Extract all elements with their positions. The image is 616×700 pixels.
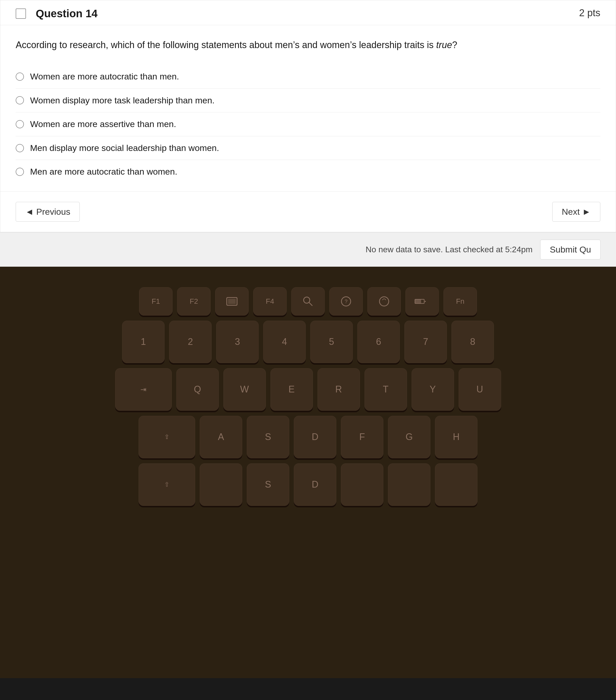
fn-key-row: F1 F2 F4 ? — [139, 287, 477, 315]
option-item-2[interactable]: Women display more task leadership than … — [16, 89, 600, 113]
radio-option-5[interactable] — [16, 168, 24, 176]
key-b[interactable] — [388, 463, 430, 506]
radio-option-3[interactable] — [16, 120, 24, 128]
key-f1[interactable]: F1 — [139, 287, 173, 315]
keyboard-area: F1 F2 F4 ? — [0, 267, 616, 678]
question-card: Question 14 2 pts According to research,… — [0, 0, 616, 232]
question-text: According to research, which of the foll… — [16, 38, 600, 52]
question-text-after: ? — [452, 40, 457, 50]
option-label-2: Women display more task leadership than … — [30, 95, 215, 107]
question-title: Question 14 — [36, 8, 98, 20]
key-t[interactable]: T — [365, 368, 407, 411]
key-u[interactable]: U — [458, 368, 501, 411]
key-3[interactable]: 3 — [216, 321, 259, 363]
quiz-container: Question 14 2 pts According to research,… — [0, 0, 616, 267]
key-shift-left[interactable]: ⇧ — [139, 463, 195, 506]
key-2[interactable]: 2 — [169, 321, 212, 363]
option-label-3: Women are more assertive than men. — [30, 118, 176, 130]
key-search[interactable] — [291, 287, 325, 315]
key-r[interactable]: R — [317, 368, 360, 411]
key-f7[interactable] — [367, 287, 401, 315]
option-item-4[interactable]: Men display more social leadership than … — [16, 136, 600, 160]
status-message: No new data to save. Last checked at 5:2… — [366, 245, 532, 254]
num-key-row: 1 2 3 4 5 6 7 8 — [122, 321, 494, 363]
key-6[interactable]: 6 — [357, 321, 400, 363]
svg-rect-8 — [415, 299, 421, 303]
option-label-4: Men display more social leadership than … — [30, 142, 219, 154]
question-text-italic: true — [436, 40, 452, 50]
key-x[interactable]: S — [247, 463, 289, 506]
key-f[interactable]: F — [341, 416, 383, 458]
svg-line-3 — [309, 302, 312, 306]
key-f6[interactable]: ? — [329, 287, 363, 315]
key-n[interactable] — [435, 463, 477, 506]
svg-rect-9 — [425, 301, 426, 302]
key-y[interactable]: Y — [412, 368, 454, 411]
key-h[interactable]: H — [435, 416, 477, 458]
key-caps[interactable]: ⇪ — [139, 416, 195, 458]
option-label-1: Women are more autocratic than men. — [30, 71, 179, 83]
option-item-1[interactable]: Women are more autocratic than men. — [16, 65, 600, 89]
key-g[interactable]: G — [388, 416, 430, 458]
radio-option-4[interactable] — [16, 144, 24, 152]
key-8[interactable]: 8 — [451, 321, 494, 363]
key-7[interactable]: 7 — [404, 321, 447, 363]
svg-point-6 — [379, 297, 389, 306]
key-s[interactable]: S — [247, 416, 289, 458]
radio-option-1[interactable] — [16, 73, 24, 81]
key-4[interactable]: 4 — [263, 321, 306, 363]
option-label-5: Men are more autocratic than women. — [30, 166, 177, 178]
status-bar: No new data to save. Last checked at 5:2… — [0, 232, 616, 267]
key-f2[interactable]: F2 — [177, 287, 211, 315]
svg-rect-1 — [228, 299, 236, 304]
key-e[interactable]: E — [271, 368, 313, 411]
key-d[interactable]: D — [294, 416, 336, 458]
key-5[interactable]: 5 — [310, 321, 353, 363]
key-v[interactable] — [341, 463, 383, 506]
question-header: Question 14 2 pts — [0, 0, 616, 25]
key-f3[interactable] — [215, 287, 249, 315]
svg-point-2 — [304, 297, 310, 303]
key-f4[interactable]: F4 — [253, 287, 287, 315]
key-f8[interactable] — [405, 287, 439, 315]
qwerty-row: ⇥ Q W E R T Y U — [115, 368, 501, 411]
option-item-3[interactable]: Women are more assertive than men. — [16, 112, 600, 136]
bottom-row: ⇧ S D — [139, 463, 477, 506]
submit-button[interactable]: Submit Qu — [540, 240, 601, 260]
key-tab[interactable]: ⇥ — [115, 368, 172, 411]
option-item-5[interactable]: Men are more autocratic than women. — [16, 160, 600, 184]
key-f9[interactable]: Fn — [443, 287, 477, 315]
asdf-row: ⇪ A S D F G H — [139, 416, 477, 458]
key-z[interactable] — [200, 463, 242, 506]
options-list: Women are more autocratic than men. Wome… — [16, 65, 600, 184]
next-button[interactable]: Next ► — [552, 202, 600, 222]
key-c[interactable]: D — [294, 463, 336, 506]
previous-button[interactable]: ◄ Previous — [16, 202, 80, 222]
question-checkbox[interactable] — [16, 9, 26, 19]
radio-option-2[interactable] — [16, 96, 24, 104]
nav-section: ◄ Previous Next ► — [0, 191, 616, 232]
key-q[interactable]: Q — [176, 368, 219, 411]
key-1[interactable]: 1 — [122, 321, 165, 363]
question-body: According to research, which of the foll… — [0, 25, 616, 191]
question-points: 2 pts — [579, 8, 600, 18]
svg-text:?: ? — [344, 299, 347, 304]
key-a[interactable]: A — [200, 416, 242, 458]
key-w[interactable]: W — [223, 368, 266, 411]
question-text-before: According to research, which of the foll… — [16, 40, 436, 50]
